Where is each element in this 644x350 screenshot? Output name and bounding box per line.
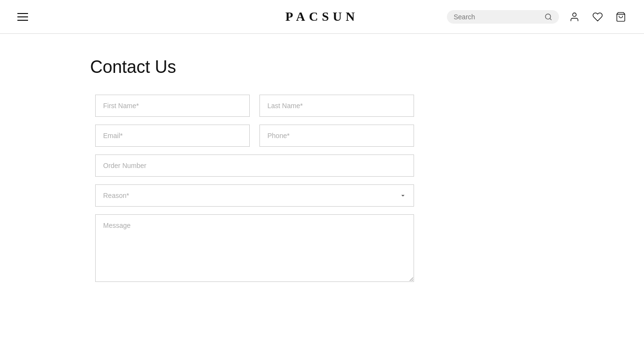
first-name-input[interactable]	[95, 95, 250, 117]
phone-input[interactable]	[259, 125, 414, 147]
bag-icon	[615, 12, 626, 22]
account-icon-button[interactable]	[567, 9, 582, 25]
account-icon	[569, 12, 580, 22]
search-icon	[544, 13, 552, 21]
svg-line-1	[550, 18, 551, 20]
search-input[interactable]	[454, 13, 541, 21]
last-name-input[interactable]	[259, 95, 414, 117]
page-title: Contact Us	[90, 57, 176, 77]
wishlist-icon-button[interactable]	[590, 9, 605, 25]
main-content: Contact Us Reason* Order Status Returns …	[81, 34, 564, 307]
search-container	[447, 10, 559, 24]
header-right	[447, 9, 629, 25]
reason-select[interactable]: Reason* Order Status Returns & Exchanges…	[95, 184, 414, 207]
hamburger-menu[interactable]	[15, 11, 30, 23]
email-input[interactable]	[95, 125, 250, 147]
header-left	[15, 11, 30, 23]
message-textarea[interactable]	[95, 214, 414, 282]
site-header: PACSUN	[0, 0, 644, 34]
search-button[interactable]	[544, 13, 552, 21]
last-name-group	[259, 95, 414, 117]
email-group	[95, 125, 250, 147]
header-center: PACSUN	[286, 10, 359, 24]
cart-icon-button[interactable]	[613, 9, 629, 25]
heart-icon	[592, 12, 603, 22]
contact-form: Reason* Order Status Returns & Exchanges…	[95, 95, 414, 284]
svg-point-2	[572, 13, 576, 16]
contact-row	[95, 125, 414, 147]
site-logo[interactable]: PACSUN	[286, 10, 359, 24]
name-row	[95, 95, 414, 117]
phone-group	[259, 125, 414, 147]
order-number-input[interactable]	[95, 154, 414, 177]
first-name-group	[95, 95, 250, 117]
